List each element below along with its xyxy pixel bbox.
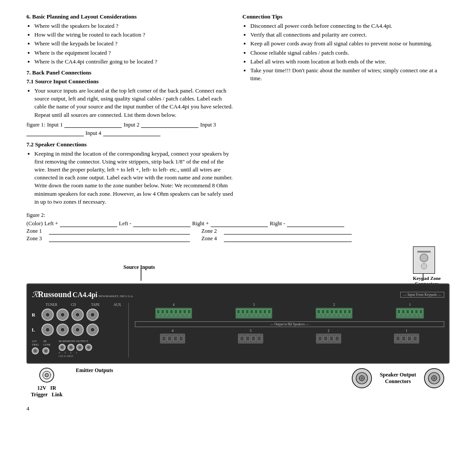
pin-num: 3: [326, 314, 329, 317]
use-1-first: USE #1 FIRST: [59, 355, 92, 357]
spk-pin: [245, 336, 250, 341]
panel-model: CA4.4pi: [73, 291, 97, 298]
pin-num: 4: [330, 314, 334, 317]
connection-tips-bullets: Disconnect all power cords before connec…: [242, 22, 450, 82]
zone3-label: Zone 3: [26, 235, 46, 242]
section71-title: 7.1 Source Input Connections: [26, 78, 234, 85]
pin: [241, 309, 245, 314]
ir-conn-3: [76, 344, 83, 351]
speaker-block-3: [238, 334, 263, 343]
figure1-field3: [26, 130, 84, 136]
green-block-4: 1 2 3 4 5 6 7 8: [155, 308, 192, 319]
pin-num: 8: [268, 314, 271, 317]
green-block-3: 1 2 3 4 5 6 7 8: [235, 308, 272, 319]
pin: [321, 309, 325, 314]
rca-l-cd: [56, 324, 69, 336]
pin-num: 3: [165, 314, 169, 317]
spk-pin: [335, 336, 339, 341]
pin-num: 3: [245, 314, 249, 317]
pin: [250, 309, 253, 314]
ir-link-label: IRLINK: [43, 339, 51, 346]
left-column: 6. Basic Planning and Layout Considerati…: [26, 13, 234, 208]
pin: [402, 309, 405, 314]
ir-remote-label: IR Remote Output: [59, 339, 92, 343]
spk-pin: [162, 336, 166, 341]
spk-bank-label-3: 3: [238, 329, 263, 333]
right-minus-label: Right -: [270, 220, 285, 227]
pin-num: 2: [241, 314, 245, 317]
cd-label: CD: [67, 303, 80, 307]
bullet-item: Where will the speakers be located ?: [34, 22, 234, 30]
section72-title: 7.2 Speaker Connections: [26, 141, 234, 148]
spk-pin: [167, 336, 172, 341]
bank-label-2: 2: [316, 303, 353, 307]
pin: [263, 309, 267, 314]
speaker-block-2: [316, 334, 341, 343]
right-column: Connection Tips Disconnect all power cor…: [242, 13, 450, 208]
ir-num-3: 3: [64, 351, 66, 354]
pin: [415, 309, 418, 314]
figure2-color-row: (Color) Left + Left - Right + Right -: [26, 220, 450, 227]
spk-pin: [329, 336, 334, 341]
panel-brand: Russound: [38, 290, 71, 299]
right-plus-field: [211, 221, 268, 227]
source-labels-row: Tuner CD Tape AUX: [32, 303, 124, 307]
diagram-wrapper: Source Inputs Keypad Zone Connectors: [26, 246, 450, 398]
bank-label-3: 3: [235, 303, 272, 307]
section72-body: Keeping in mind the location of the corr…: [34, 150, 234, 206]
r-row: R: [32, 309, 124, 321]
page-number: 4: [26, 405, 450, 412]
ir-connector-row: [59, 344, 92, 351]
spk-pin: [402, 336, 406, 341]
panel-newmarket: NEWMARKET, NH U.S.A.: [99, 294, 134, 298]
tape-label: Tape: [89, 303, 102, 307]
spk-pin: [396, 336, 400, 341]
diagram-arrows: [26, 246, 450, 282]
pin: [183, 309, 186, 314]
rca-r-tuner: [41, 309, 54, 321]
pin: [254, 309, 258, 314]
speaker-output-icon-right: [423, 367, 445, 389]
figure2-label: figure 2:: [26, 212, 450, 219]
bullet-item: Where will the keypads be located ?: [34, 40, 234, 48]
bottom-12v-block: 12V IR Trigger Link: [31, 367, 63, 398]
rca-l-tape: [71, 324, 84, 336]
spk-bank-label-4: 4: [160, 329, 185, 333]
pin-num: 6: [419, 314, 423, 317]
pin: [317, 309, 320, 314]
pin-num: 1: [317, 314, 320, 317]
pin: [348, 309, 351, 314]
zone2-field: [224, 228, 352, 235]
ir-conn-1: [59, 344, 66, 351]
spk-pin: [324, 336, 328, 341]
section7-title: 7. Back Panel Connections: [26, 69, 234, 76]
pin-num: 7: [183, 314, 186, 317]
spk-pin: [173, 336, 178, 341]
figure2-section: figure 2: (Color) Left + Left - Right + …: [26, 212, 450, 242]
ir-num-4: 4: [59, 351, 60, 354]
pin: [161, 309, 164, 314]
pin: [245, 309, 249, 314]
top-section: 6. Basic Planning and Layout Considerati…: [26, 13, 450, 208]
pin: [237, 309, 240, 314]
svg-point-8: [361, 377, 363, 379]
right-minus-field: [287, 221, 344, 227]
pin-num: 1: [397, 314, 401, 317]
left-plus-field: [60, 221, 117, 227]
pin-num: 7: [343, 314, 347, 317]
spk-bank-label-1: 1: [394, 329, 419, 333]
section6-bullets: Where will the speakers be located ? How…: [26, 22, 234, 66]
bullet-item: How will the wiring be routed to each lo…: [34, 31, 234, 39]
pin-num: 4: [250, 314, 253, 317]
aux-label: AUX: [111, 303, 124, 307]
rca-l-tuner: [41, 324, 54, 336]
trig-label: 12VTRIG: [32, 339, 39, 346]
zone1-field: [49, 228, 190, 235]
bottom-trigger-link-label: Trigger Link: [31, 391, 63, 398]
pin-num: 2: [321, 314, 325, 317]
figure1-field1: [64, 122, 122, 128]
spk-bank-label-2: 2: [316, 329, 341, 333]
figure1-field2: [141, 122, 198, 128]
rca-r-cd: [56, 309, 69, 321]
spk-pin: [251, 336, 256, 341]
